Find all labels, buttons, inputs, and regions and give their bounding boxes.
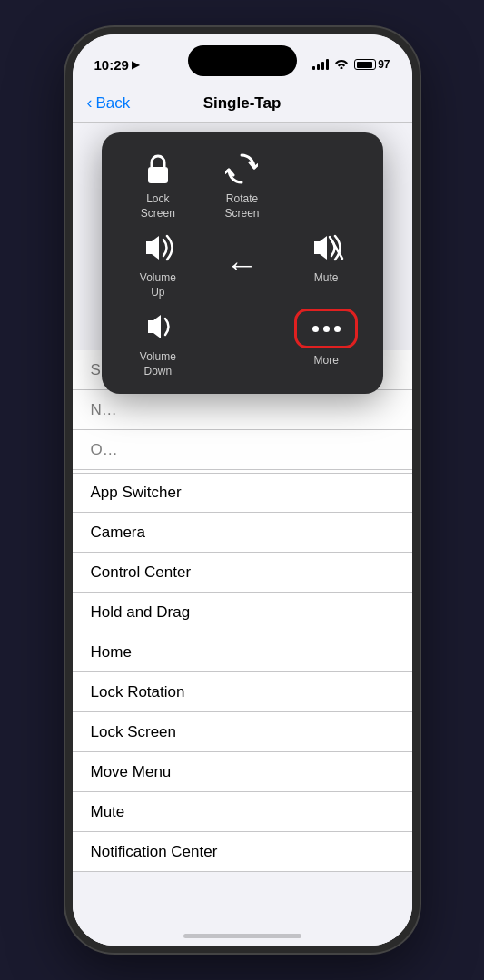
volume-up-icon: [135, 230, 181, 266]
partial-item-3: O…: [73, 430, 412, 470]
popup-grid: Lock Screen Rotate Screen: [116, 151, 369, 379]
more-icon: [294, 309, 358, 348]
dot1: [312, 326, 319, 332]
popup-item-rotate-screen[interactable]: Rotate Screen: [200, 151, 284, 220]
list-item-lock-rotation[interactable]: Lock Rotation: [73, 672, 412, 712]
location-icon: ▶: [132, 59, 139, 71]
list-item-hold-and-drag[interactable]: Hold and Drag: [73, 593, 412, 632]
list-item-notification-center[interactable]: Notification Center: [73, 832, 412, 872]
volume-up-label: Volume Up: [140, 271, 176, 299]
battery-icon: 97: [354, 58, 390, 71]
rotate-icon: [219, 151, 264, 187]
chevron-left-icon: ‹: [87, 93, 93, 113]
popup-item-more[interactable]: More: [284, 309, 369, 378]
list-item-lock-screen[interactable]: Lock Screen: [73, 712, 412, 752]
popup-item-volume-up[interactable]: Volume Up: [116, 230, 201, 299]
svg-rect-0: [148, 167, 168, 183]
list-section: App Switcher Camera Control Center Hold …: [73, 473, 412, 946]
page-title: Single-Tap: [203, 94, 282, 113]
list-item-camera[interactable]: Camera: [73, 513, 412, 553]
home-indicator: [183, 934, 301, 938]
content-area: Lock Screen Rotate Screen: [73, 123, 412, 946]
nav-bar: ‹ Back Single-Tap: [73, 83, 412, 123]
back-arrow-icon: ←: [225, 246, 258, 284]
back-button[interactable]: ‹ Back: [87, 93, 131, 113]
list-item-control-center[interactable]: Control Center: [73, 553, 412, 593]
status-time: 10:29 ▶: [94, 57, 139, 73]
popup-item-lock-screen[interactable]: Lock Screen: [116, 151, 201, 220]
svg-marker-2: [314, 236, 327, 260]
rotate-screen-label: Rotate Screen: [224, 192, 259, 220]
list-item-app-switcher[interactable]: App Switcher: [73, 473, 412, 513]
popup-menu: Lock Screen Rotate Screen: [102, 132, 383, 394]
status-icons: 97: [312, 56, 390, 73]
list-item-mute[interactable]: Mute: [73, 792, 412, 832]
volume-down-label: Volume Down: [140, 350, 176, 378]
lock-screen-label: Lock Screen: [141, 192, 175, 220]
volume-down-icon: [135, 309, 181, 345]
back-label: Back: [96, 94, 131, 113]
battery-level: 97: [378, 58, 390, 71]
popup-item-volume-down[interactable]: Volume Down: [116, 309, 201, 378]
list-item-home[interactable]: Home: [73, 632, 412, 672]
lock-icon: [135, 151, 181, 187]
dot2: [323, 326, 330, 332]
mute-icon: [303, 230, 349, 266]
more-label: More: [313, 354, 338, 368]
mute-label: Mute: [314, 271, 339, 286]
dot3: [334, 326, 341, 332]
popup-item-mute[interactable]: Mute: [284, 230, 369, 299]
popup-item-back[interactable]: ←: [200, 230, 284, 299]
dynamic-island: [188, 45, 297, 76]
phone-frame: 10:29 ▶ 97: [65, 27, 420, 953]
wifi-icon: [334, 56, 349, 73]
svg-marker-4: [148, 315, 161, 338]
signal-icon: [312, 59, 329, 70]
svg-marker-1: [146, 236, 159, 260]
partial-item-2: N…: [73, 390, 412, 430]
time-display: 10:29: [94, 57, 129, 73]
list-item-move-menu[interactable]: Move Menu: [73, 752, 412, 792]
